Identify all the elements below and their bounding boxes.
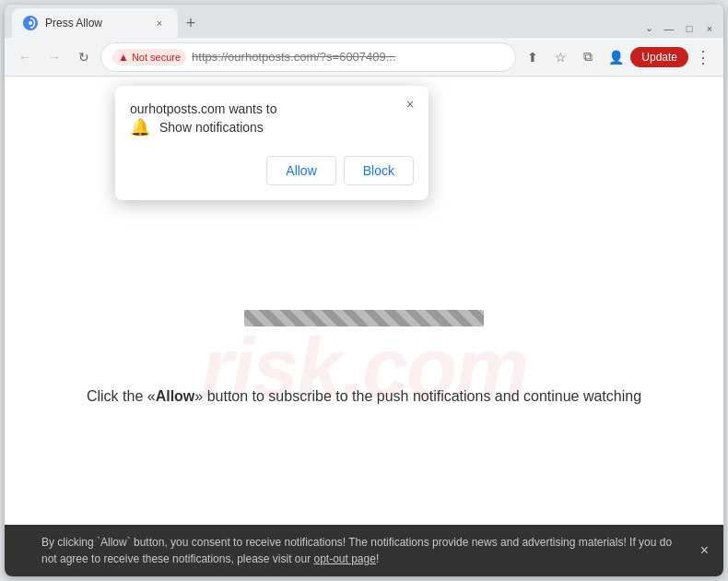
toolbar: ← → ↻ ▲ Not secure https://ourhotposts.c… (5, 38, 723, 77)
progress-bar (244, 310, 484, 326)
menu-button[interactable]: ⋮ (690, 44, 716, 70)
page-content: PT risk.com Click the «Allow» button to … (5, 77, 723, 525)
address-bar[interactable]: ▲ Not secure https://ourhotposts.com/?s=… (100, 42, 516, 72)
new-tab-button[interactable]: + (178, 10, 204, 36)
forward-button[interactable]: → (41, 44, 67, 70)
browser-window: Press Allow × + ⌄ — □ × ← → ↻ ▲ Not secu… (5, 5, 723, 576)
profile-icon: 👤 (608, 50, 624, 65)
share-icon: ⬆ (527, 50, 538, 65)
back-icon: ← (18, 50, 31, 65)
window-controls: ⌄ — □ × (642, 22, 716, 38)
progress-area (244, 310, 484, 326)
warning-icon: ▲ (118, 51, 129, 64)
share-button[interactable]: ⬆ (520, 44, 546, 70)
bookmark-button[interactable]: ☆ (547, 44, 573, 70)
minimize-button[interactable]: — (663, 23, 675, 34)
restore-button[interactable]: □ (683, 23, 696, 34)
bottom-bar-close-button[interactable]: × (700, 540, 709, 562)
profile-button[interactable]: 👤 (603, 44, 628, 70)
tab-search-button[interactable]: ⧉ (575, 44, 601, 70)
bottom-notification-bar: By clicking `Allow` button, you consent … (5, 525, 723, 576)
active-tab[interactable]: Press Allow × (12, 8, 178, 38)
page-text-allow: Allow (156, 388, 195, 404)
tab-icon: ⧉ (583, 49, 593, 65)
star-icon: ☆ (555, 50, 567, 65)
svg-point-1 (29, 21, 32, 25)
bottom-bar-text-post: ! (376, 552, 379, 565)
update-label: Update (641, 51, 677, 64)
chevron-icon[interactable]: ⌄ (642, 22, 655, 34)
update-button[interactable]: Update (630, 47, 688, 67)
reload-button[interactable]: ↻ (71, 44, 97, 70)
tab-close-btn[interactable]: × (152, 16, 167, 30)
popup-permission-row: 🔔 Show notifications (130, 117, 414, 137)
permission-label: Show notifications (159, 120, 264, 135)
popup-title: ourhotposts.com wants to (130, 101, 277, 116)
page-text: Click the «Allow» button to subscribe to… (5, 388, 723, 405)
tab-bar: Press Allow × + ⌄ — □ × (5, 5, 723, 38)
close-button[interactable]: × (703, 23, 716, 34)
toolbar-icons: ⬆ ☆ ⧉ 👤 Update ⋮ (520, 44, 716, 70)
menu-icon: ⋮ (695, 47, 711, 67)
popup-buttons: Allow Block (130, 156, 414, 185)
url-display: https://ourhotposts.com/?s=6007409... (192, 50, 396, 64)
reload-icon: ↻ (78, 50, 89, 65)
block-button[interactable]: Block (344, 156, 414, 185)
tab-title: Press Allow (45, 17, 145, 30)
security-badge: ▲ Not secure (112, 49, 186, 65)
bell-icon: 🔔 (130, 117, 150, 137)
popup-close-button[interactable]: × (399, 93, 421, 115)
allow-button[interactable]: Allow (266, 156, 335, 185)
notification-popup: ourhotposts.com wants to × 🔔 Show notifi… (115, 86, 429, 200)
back-button[interactable]: ← (12, 44, 38, 70)
tab-favicon (23, 16, 38, 30)
forward-icon: → (48, 50, 61, 65)
page-text-pre: Click the « (87, 388, 156, 404)
page-text-post: » button to subscribe to the push notifi… (194, 388, 641, 404)
security-label: Not secure (132, 52, 181, 63)
opt-out-link[interactable]: opt-out page (314, 552, 376, 565)
